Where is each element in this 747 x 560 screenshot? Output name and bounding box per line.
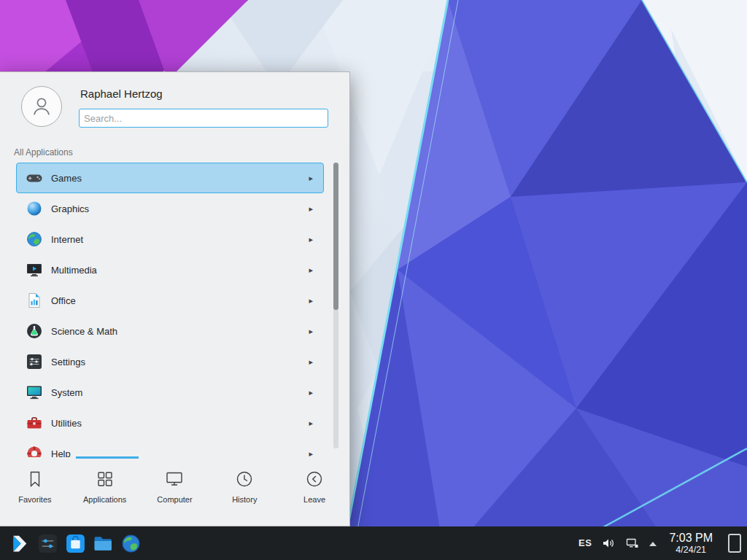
- network-icon[interactable]: [625, 536, 640, 551]
- chevron-right-icon: ▸: [309, 204, 313, 214]
- search-input[interactable]: [79, 109, 328, 128]
- lifebuoy-icon: [26, 445, 43, 457]
- show-desktop-button[interactable]: [728, 534, 741, 553]
- tweaks-icon: [37, 533, 58, 554]
- volume-icon[interactable]: [601, 536, 616, 551]
- chevron-right-icon: ▸: [309, 357, 313, 367]
- tab-label: Favorites: [18, 495, 51, 504]
- chevron-right-icon: ▸: [309, 174, 313, 183]
- web-browser-button[interactable]: [117, 529, 144, 557]
- tab-label: Leave: [303, 495, 325, 504]
- user-icon: [28, 93, 55, 120]
- tab-history[interactable]: History: [209, 459, 279, 526]
- keyboard-layout-indicator[interactable]: ES: [578, 537, 592, 548]
- tab-computer[interactable]: Computer: [140, 459, 210, 526]
- gamepad-icon: [26, 169, 43, 187]
- category-label: Multimedia: [51, 265, 309, 276]
- toolbox-icon: [26, 414, 43, 432]
- category-row-multimedia[interactable]: Multimedia ▸: [16, 254, 324, 285]
- scrollbar-thumb[interactable]: [333, 163, 338, 310]
- tweaks-app-button[interactable]: [34, 529, 61, 557]
- flask-icon: [26, 322, 43, 340]
- category-row-internet[interactable]: Internet ▸: [16, 224, 324, 254]
- category-row-settings[interactable]: Settings ▸: [16, 346, 324, 377]
- app-launcher-button[interactable]: [6, 529, 34, 557]
- section-label: All Applications: [14, 147, 73, 158]
- software-center-icon: [65, 533, 86, 554]
- leave-icon: [304, 469, 325, 489]
- category-label: Settings: [51, 357, 309, 368]
- category-row-office[interactable]: Office ▸: [16, 285, 324, 316]
- clock-date: 4/24/21: [676, 545, 706, 555]
- media-screen-icon: [26, 261, 43, 279]
- web-browser-icon: [120, 533, 142, 554]
- software-center-button[interactable]: [61, 529, 89, 557]
- scrollbar[interactable]: [333, 163, 338, 448]
- kickoff-launcher-icon: [9, 533, 31, 554]
- tray-expander-icon[interactable]: [649, 542, 657, 546]
- paint-orb-icon: [26, 200, 43, 217]
- computer-icon: [164, 469, 185, 489]
- category-row-science-math[interactable]: Science & Math ▸: [16, 316, 324, 346]
- category-row-games[interactable]: Games ▸: [16, 163, 324, 193]
- category-label: Internet: [51, 234, 309, 245]
- category-row-help[interactable]: Help ▸: [16, 438, 324, 457]
- launcher-tabbar: Favorites Applications Computer History …: [0, 459, 349, 526]
- category-label: Games: [51, 173, 309, 184]
- category-row-graphics[interactable]: Graphics ▸: [16, 193, 324, 224]
- chevron-right-icon: ▸: [309, 327, 313, 336]
- app-grid-icon: [95, 469, 115, 489]
- tab-label: Computer: [157, 495, 192, 504]
- chevron-right-icon: ▸: [309, 235, 313, 244]
- bookmark-icon: [25, 469, 45, 489]
- chevron-right-icon: ▸: [309, 419, 313, 428]
- launcher-header: Raphael Hertzog: [0, 72, 349, 138]
- chevron-right-icon: ▸: [309, 265, 313, 275]
- taskbar-panel: ES 7:03 PM 4/24/21: [0, 526, 747, 560]
- category-label: Office: [51, 295, 309, 306]
- digital-clock[interactable]: 7:03 PM 4/24/21: [669, 532, 713, 556]
- application-launcher-menu: Raphael Hertzog All Applications Games ▸…: [0, 71, 350, 526]
- category-row-system[interactable]: System ▸: [16, 377, 324, 408]
- file-manager-icon: [93, 533, 114, 554]
- tab-applications[interactable]: Applications: [70, 459, 140, 526]
- document-icon: [26, 292, 43, 309]
- clock-time: 7:03 PM: [669, 532, 713, 545]
- sliders-icon: [26, 353, 43, 370]
- user-avatar[interactable]: [21, 86, 62, 127]
- history-clock-icon: [234, 469, 255, 489]
- chevron-right-icon: ▸: [309, 388, 313, 397]
- category-label: Utilities: [51, 418, 309, 429]
- desktop: Raphael Hertzog All Applications Games ▸…: [0, 0, 747, 560]
- category-row-utilities[interactable]: Utilities ▸: [16, 408, 324, 438]
- category-label: Graphics: [51, 203, 309, 214]
- file-manager-button[interactable]: [89, 529, 117, 557]
- tab-label: History: [232, 495, 257, 504]
- system-tray: ES 7:03 PM 4/24/21: [578, 532, 741, 556]
- chevron-right-icon: ▸: [309, 296, 313, 306]
- tab-label: Applications: [83, 495, 126, 504]
- monitor-icon: [26, 384, 43, 401]
- user-name: Raphael Hertzog: [80, 88, 163, 100]
- tab-leave[interactable]: Leave: [279, 459, 349, 526]
- globe-icon: [26, 230, 43, 248]
- chevron-right-icon: ▸: [309, 449, 313, 458]
- category-label: Science & Math: [51, 326, 309, 337]
- tab-favorites[interactable]: Favorites: [0, 459, 70, 526]
- category-label: System: [51, 387, 309, 398]
- category-list: Games ▸ Graphics ▸ Internet ▸: [0, 163, 333, 457]
